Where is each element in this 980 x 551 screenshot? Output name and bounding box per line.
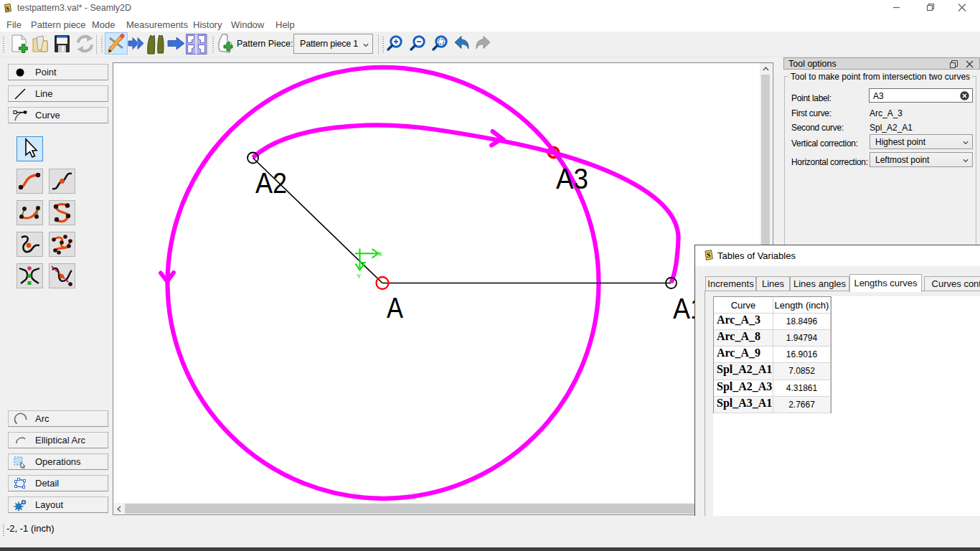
svg-text:Y: Y (357, 273, 361, 280)
svg-text:A2: A2 (255, 167, 287, 199)
svg-text:A3: A3 (556, 163, 588, 194)
svg-text:S: S (707, 251, 711, 259)
svg-text:X: X (378, 250, 382, 258)
svg-text:S: S (6, 5, 9, 12)
svg-text:A: A (387, 292, 403, 324)
